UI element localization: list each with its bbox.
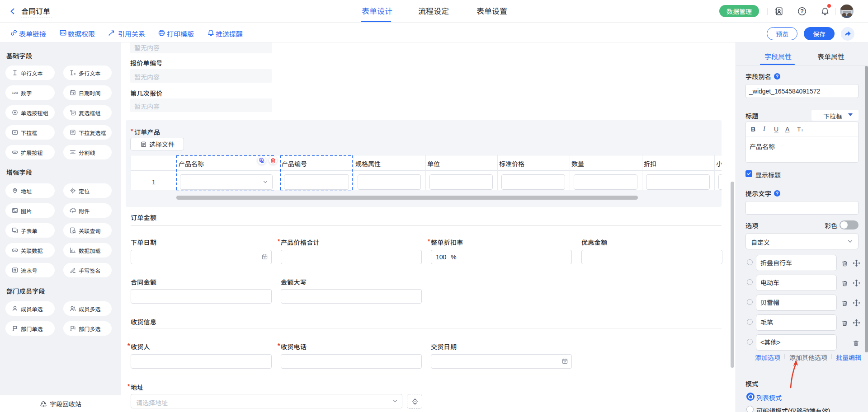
svg-text:123: 123	[12, 91, 18, 95]
svg-text:?: ?	[800, 8, 804, 14]
